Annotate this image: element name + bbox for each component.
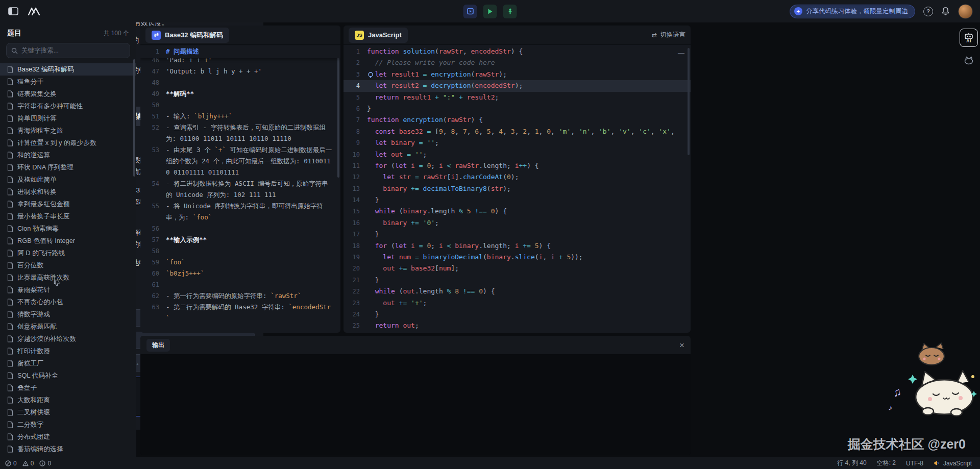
app-logo-icon[interactable]: [28, 6, 41, 16]
code-line[interactable]: 1function solution(rawStr, encodedStr) {: [344, 46, 691, 57]
tab-javascript[interactable]: JS JavaScript: [349, 28, 408, 43]
ai-toggle-button[interactable]: AI: [960, 29, 978, 47]
sidebar-item[interactable]: 及格如此简单: [0, 174, 136, 186]
sidebar-item[interactable]: 穿越沙漠的补给次数: [0, 333, 136, 345]
code-line[interactable]: 24 }: [344, 309, 691, 320]
code-line[interactable]: 21 }: [344, 275, 691, 286]
code-line[interactable]: 17 }: [344, 229, 691, 240]
description-body[interactable]: 1# 问题描述 46'Pad: + + +'47'Output: b l j h…: [140, 45, 340, 333]
sidebar-item[interactable]: 猜数字游戏: [0, 308, 136, 320]
code-line[interactable]: 13 binary += decimalToBinary8(str);: [344, 183, 691, 194]
document-icon: [7, 262, 13, 269]
code-line[interactable]: 15 while (binary.length % 5 !== 0) {: [344, 206, 691, 217]
document-icon: [7, 66, 13, 73]
sidebar-item[interactable]: RGB 色值转 Integer: [0, 235, 136, 247]
code-line[interactable]: 22 while (out.length % 8 !== 0) {: [344, 286, 691, 297]
sidebar-item[interactable]: 二叉树供暖: [0, 406, 136, 418]
problem-title: 及格如此简单: [17, 176, 57, 184]
user-avatar-topbar[interactable]: [958, 4, 973, 19]
sidebar-item[interactable]: Base32 编码和解码: [0, 63, 136, 76]
code-line[interactable]: 5 return result1 + ":" + result2;: [344, 92, 691, 103]
code-line[interactable]: 2 // Please write your code here: [344, 57, 691, 68]
sidebar-scrollbar[interactable]: [133, 59, 135, 177]
code-line[interactable]: 19 let num = binaryToDecimal(binary.slic…: [344, 252, 691, 263]
sidebar-item[interactable]: 暴雨梨花针: [0, 284, 136, 296]
sidebar-item[interactable]: 字符串有多少种可能性: [0, 100, 136, 112]
sidebar-item[interactable]: 创意标题匹配: [0, 320, 136, 333]
sidebar-item[interactable]: 环状 DNA 序列整理: [0, 161, 136, 174]
encoding-setting[interactable]: UTF-8: [906, 460, 923, 467]
code-line[interactable]: 7function encryption(rawStr) {: [344, 114, 691, 126]
line-number: 48: [140, 77, 166, 88]
code-panel: JS JavaScript ⇄ 切换语言 1function solution(…: [344, 26, 691, 333]
search-input[interactable]: [21, 47, 125, 54]
sidebar-item[interactable]: 不再贪心的小包: [0, 296, 136, 308]
submit-button[interactable]: [503, 5, 517, 18]
code-line[interactable]: 12 let str = rawStr[i].charCodeAt(0);: [344, 171, 691, 183]
sidebar-item[interactable]: 蛋糕工厂: [0, 357, 136, 369]
description-line: 63- 第二行为需要解码的 Base32 字符串: `encodedStr`: [140, 302, 340, 324]
sidebar-item[interactable]: 比赛最高获胜次数: [0, 271, 136, 284]
warnings-indicator[interactable]: 0: [22, 460, 34, 467]
sidebar-item[interactable]: 链表聚集交换: [0, 88, 136, 100]
tab-description[interactable]: ⇄ Base32 编码和解码: [145, 28, 229, 43]
close-icon[interactable]: ×: [679, 341, 684, 350]
fold-icon[interactable]: —: [678, 49, 684, 57]
sidebar-item[interactable]: 简单四则计算: [0, 112, 136, 125]
code-line[interactable]: 3 let result1 = encryption(rawStr);: [344, 69, 691, 80]
sidebar-item[interactable]: 计算位置 x 到 y 的最少步数: [0, 137, 136, 149]
indentation-setting[interactable]: 空格: 2: [877, 459, 896, 467]
problem-title: RGB 色值转 Integer: [17, 237, 75, 245]
code-line[interactable]: 16 binary += '0';: [344, 217, 691, 229]
sticker-toggle-icon[interactable]: [964, 55, 974, 67]
sidebar-item[interactable]: 猫鱼分干: [0, 76, 136, 88]
sidebar-item[interactable]: 大数和距离: [0, 394, 136, 406]
description-line: 57**输入示例**: [140, 234, 340, 245]
code-line[interactable]: 8 const base32 = [9, 8, 7, 6, 5, 4, 3, 2…: [344, 126, 691, 137]
line-number: 63: [140, 302, 166, 324]
code-line[interactable]: 10 let out = '';: [344, 149, 691, 160]
sidebar-item[interactable]: 打印计数器: [0, 345, 136, 357]
sidebar-item[interactable]: 百分位数: [0, 259, 136, 271]
sidebar-item[interactable]: 叠盘子: [0, 382, 136, 394]
run-button[interactable]: [483, 5, 497, 18]
sidebar-item[interactable]: 最小替换子串长度: [0, 210, 136, 223]
language-mode[interactable]: JavaScript: [934, 460, 972, 467]
sidebar-item[interactable]: Cion 勒索病毒: [0, 223, 136, 235]
cursor-position[interactable]: 行 4, 列 40: [837, 459, 866, 467]
code-line[interactable]: 6}: [344, 103, 691, 114]
code-editor[interactable]: 1function solution(rawStr, encodedStr) {…: [344, 45, 691, 333]
code-line[interactable]: 23 out += '+';: [344, 298, 691, 309]
problem-count: 共 100 个: [103, 29, 129, 38]
bell-icon[interactable]: [941, 7, 950, 16]
sidebar-item[interactable]: 青海湖租车之旅: [0, 125, 136, 137]
code-line[interactable]: 18 for (let i = 0; i < binary.length; i …: [344, 240, 691, 252]
output-tab[interactable]: 输出: [146, 339, 170, 352]
sidebar-item[interactable]: 二分数字: [0, 418, 136, 431]
sidebar-item[interactable]: 分布式团建: [0, 431, 136, 443]
sidebar-item[interactable]: 拿到最多红包金额: [0, 198, 136, 210]
help-icon[interactable]: ?: [923, 7, 933, 16]
line-number: 5: [344, 92, 367, 103]
sidebar-item[interactable]: 番茄编辑的选择: [0, 443, 136, 455]
info-indicator[interactable]: 0: [39, 460, 51, 467]
problem-title: 大数和距离: [17, 396, 50, 405]
sidebar-item[interactable]: 和的逆运算: [0, 149, 136, 161]
sidebar-item[interactable]: SQL 代码补全: [0, 369, 136, 382]
code-line[interactable]: 11 for (let i = 0; i < rawStr.length; i+…: [344, 160, 691, 171]
description-line: 58: [140, 245, 340, 257]
line-number: 62: [140, 290, 166, 302]
code-line[interactable]: 14 }: [344, 194, 691, 206]
debug-button[interactable]: [463, 5, 477, 18]
code-line[interactable]: 9 let binary = '';: [344, 137, 691, 149]
code-line[interactable]: 25 return out;: [344, 320, 691, 331]
code-line[interactable]: 20 out += base32[num];: [344, 263, 691, 274]
sidebar-item[interactable]: 进制求和转换: [0, 186, 136, 198]
code-line[interactable]: 4 let result2 = decryption(encodedStr);: [344, 80, 691, 91]
sidebar-item[interactable]: 阿 D 的飞行路线: [0, 247, 136, 259]
share-campaign-pill[interactable]: ✦ 分享代码练习体验，领限量定制周边: [790, 5, 915, 18]
sidebar-toggle-icon[interactable]: [8, 7, 18, 15]
editor-scrollbar[interactable]: [688, 48, 690, 155]
errors-indicator[interactable]: 0: [5, 460, 17, 467]
switch-language-button[interactable]: ⇄ 切换语言: [652, 31, 685, 39]
